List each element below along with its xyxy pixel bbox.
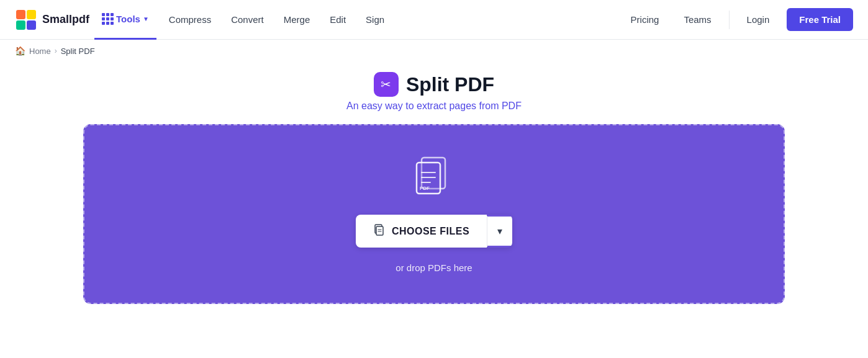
svg-rect-3 xyxy=(27,20,36,30)
nav-right: Pricing Teams Login Free Trial xyxy=(618,8,853,31)
edit-link[interactable]: Edit xyxy=(320,0,356,40)
breadcrumb: 🏠 Home › Split PDF xyxy=(0,40,868,62)
choose-files-label: CHOOSE FILES xyxy=(392,226,469,237)
compress-link[interactable]: Compress xyxy=(159,0,221,40)
dropdown-chevron-icon: ▾ xyxy=(497,226,502,236)
svg-rect-1 xyxy=(27,10,36,19)
logo-icon xyxy=(15,9,37,31)
grid-icon xyxy=(102,13,114,25)
svg-rect-0 xyxy=(16,10,25,19)
breadcrumb-current: Split PDF xyxy=(61,47,95,56)
sign-link[interactable]: Sign xyxy=(356,0,394,40)
choose-files-button[interactable]: CHOOSE FILES xyxy=(356,215,487,248)
logo-link[interactable]: Smallpdf xyxy=(15,9,89,31)
breadcrumb-separator: › xyxy=(55,47,57,55)
main-content: ✂ Split PDF An easy way to extract pages… xyxy=(0,62,868,358)
title-row: ✂ Split PDF xyxy=(374,72,494,97)
home-icon: 🏠 xyxy=(15,46,25,56)
navbar: Smallpdf Tools ▼ Compress Convert Merge … xyxy=(0,0,868,40)
convert-link[interactable]: Convert xyxy=(221,0,274,40)
choose-files-dropdown-button[interactable]: ▾ xyxy=(487,217,512,246)
free-trial-button[interactable]: Free Trial xyxy=(787,8,853,31)
breadcrumb-home[interactable]: Home xyxy=(29,47,51,56)
choose-files-area: CHOOSE FILES ▾ xyxy=(356,215,512,248)
chevron-down-icon: ▼ xyxy=(143,16,149,22)
merge-link[interactable]: Merge xyxy=(274,0,320,40)
tools-menu-button[interactable]: Tools ▼ xyxy=(94,0,156,40)
logo-text: Smallpdf xyxy=(42,13,89,26)
page-subtitle: An easy way to extract pages from PDF xyxy=(346,101,522,112)
svg-rect-11 xyxy=(376,226,383,235)
teams-link[interactable]: Teams xyxy=(671,9,723,30)
pricing-link[interactable]: Pricing xyxy=(618,9,672,30)
pdf-upload-icon: PDF xyxy=(412,155,456,200)
file-icon xyxy=(373,223,386,239)
drop-zone[interactable]: PDF CHOOSE FILES xyxy=(83,124,785,304)
nav-divider xyxy=(729,11,730,29)
tools-label: Tools xyxy=(116,14,140,24)
page-title-area: ✂ Split PDF An easy way to extract pages… xyxy=(346,72,522,112)
page-title: Split PDF xyxy=(406,73,494,96)
login-button[interactable]: Login xyxy=(735,9,782,30)
scissors-icon: ✂ xyxy=(374,72,399,97)
svg-rect-2 xyxy=(16,20,25,30)
svg-text:PDF: PDF xyxy=(420,186,430,191)
drop-text: or drop PDFs here xyxy=(396,262,472,273)
